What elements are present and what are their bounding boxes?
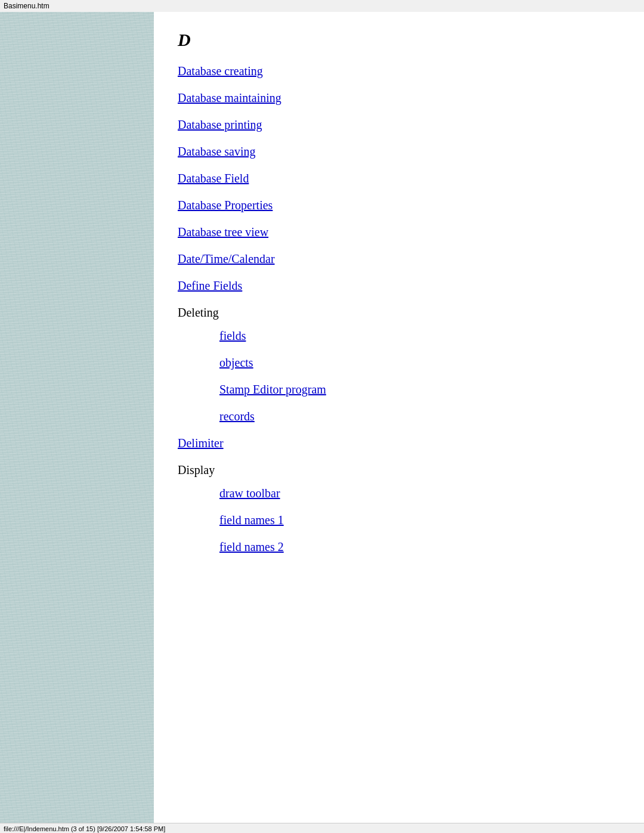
title-bar: Basimenu.htm: [0, 0, 644, 12]
display-sub-entries: draw toolbar field names 1 field names 2: [219, 487, 620, 554]
sub-entry-field-names-1: field names 1: [219, 513, 620, 527]
entry-database-properties: Database Properties: [178, 199, 620, 212]
link-delimiter[interactable]: Delimiter: [178, 436, 224, 450]
link-define-fields[interactable]: Define Fields: [178, 279, 242, 292]
link-deleting-records[interactable]: records: [219, 410, 255, 423]
entry-define-fields: Define Fields: [178, 279, 620, 293]
link-deleting-objects[interactable]: objects: [219, 356, 253, 369]
content: D Database creating Database maintaining…: [154, 12, 644, 823]
link-database-saving[interactable]: Database saving: [178, 145, 256, 158]
link-date-time-calendar[interactable]: Date/Time/Calendar: [178, 252, 275, 265]
sub-entry-fields: fields: [219, 329, 620, 343]
link-deleting-fields[interactable]: fields: [219, 329, 246, 342]
entry-database-maintaining: Database maintaining: [178, 91, 620, 105]
link-database-creating[interactable]: Database creating: [178, 64, 263, 78]
entry-display: Display: [178, 463, 620, 477]
status-text: file:///E|/Indemenu.htm (3 of 15) [9/26/…: [4, 825, 165, 832]
sub-entry-stamp-editor: Stamp Editor program: [219, 383, 620, 397]
link-database-tree-view[interactable]: Database tree view: [178, 225, 268, 239]
status-bar: file:///E|/Indemenu.htm (3 of 15) [9/26/…: [0, 823, 644, 833]
sub-entry-draw-toolbar: draw toolbar: [219, 487, 620, 500]
entry-database-saving: Database saving: [178, 145, 620, 159]
link-field-names-2[interactable]: field names 2: [219, 540, 284, 553]
link-database-printing[interactable]: Database printing: [178, 118, 262, 131]
entry-database-tree-view: Database tree view: [178, 225, 620, 239]
main-layout: D Database creating Database maintaining…: [0, 12, 644, 823]
title-text: Basimenu.htm: [4, 2, 49, 10]
entry-date-time-calendar: Date/Time/Calendar: [178, 252, 620, 266]
sub-entry-records: records: [219, 410, 620, 423]
entry-database-printing: Database printing: [178, 118, 620, 132]
deleting-sub-entries: fields objects Stamp Editor program reco…: [219, 329, 620, 423]
sub-entry-field-names-2: field names 2: [219, 540, 620, 554]
link-database-maintaining[interactable]: Database maintaining: [178, 91, 281, 104]
entry-delimiter: Delimiter: [178, 436, 620, 450]
link-field-names-1[interactable]: field names 1: [219, 513, 284, 527]
link-deleting-stamp-editor[interactable]: Stamp Editor program: [219, 383, 326, 396]
entry-database-creating: Database creating: [178, 64, 620, 78]
entry-database-field: Database Field: [178, 172, 620, 185]
link-database-properties[interactable]: Database Properties: [178, 199, 273, 212]
section-letter: D: [178, 30, 620, 50]
link-database-field[interactable]: Database Field: [178, 172, 249, 185]
entry-deleting: Deleting: [178, 306, 620, 320]
link-draw-toolbar[interactable]: draw toolbar: [219, 487, 280, 500]
sidebar: [0, 12, 154, 823]
sub-entry-objects: objects: [219, 356, 620, 370]
